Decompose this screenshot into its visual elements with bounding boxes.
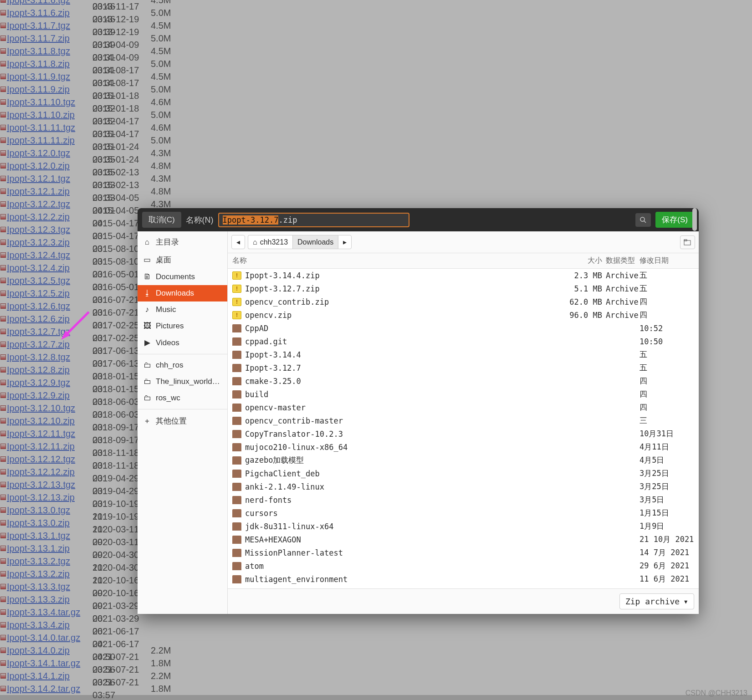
file-row[interactable]: CopyTranslator-10.2.310月31日	[228, 427, 699, 440]
file-row[interactable]: !opencv_contrib.zip62.0 MBArchive四	[228, 295, 699, 308]
save-button[interactable]: 保存(S)	[655, 212, 694, 228]
downloads-icon: ⭳	[143, 289, 151, 298]
sidebar-item-chhros[interactable]: 🗀chh_ros	[138, 357, 227, 373]
folder-icon: 🗀	[143, 361, 151, 370]
file-row[interactable]: opencv-master四	[228, 401, 699, 414]
file-date: 五	[639, 270, 694, 281]
cancel-button[interactable]: 取消(C)	[142, 212, 181, 228]
file-date: 29 6月 2021	[639, 561, 694, 571]
file-name: atom	[245, 562, 563, 571]
sidebar: ⌂主目录 ▭桌面 🗎Documents ⭳Downloads ♪Music 🖼P…	[138, 231, 228, 614]
file-row[interactable]: Ipopt-3.12.7五	[228, 361, 699, 374]
file-date: 四	[639, 296, 694, 307]
documents-icon: 🗎	[143, 272, 151, 281]
scrollbar[interactable]	[692, 269, 698, 588]
archive-icon: !	[232, 271, 241, 280]
file-date: 四	[639, 376, 694, 386]
folder-icon	[232, 337, 241, 346]
path-forward-button[interactable]: ▸	[338, 235, 352, 249]
folder-icon	[232, 522, 241, 531]
file-name: gazebo加载模型	[245, 455, 563, 465]
file-name: opencv-master	[245, 403, 563, 412]
file-row[interactable]: !opencv.zip96.0 MBArchive四	[228, 308, 699, 322]
folder-icon	[232, 456, 241, 465]
folder-icon	[232, 430, 241, 438]
svg-line-3	[644, 221, 646, 223]
sidebar-item-home[interactable]: ⌂主目录	[138, 233, 227, 251]
file-date: 四	[639, 389, 694, 399]
plus-icon: +	[143, 417, 151, 426]
sidebar-item-linux[interactable]: 🗀The_linux_world…	[138, 373, 227, 390]
sidebar-item-roswc[interactable]: 🗀ros_wc	[138, 390, 227, 406]
file-row[interactable]: mujoco210-linux-x86_644月11日	[228, 440, 699, 454]
folder-icon	[232, 390, 241, 399]
file-row[interactable]: !Ipopt-3.12.7.zip5.1 MBArchive五	[228, 282, 699, 295]
file-date: 21 10月 2021	[639, 534, 694, 545]
file-row[interactable]: !Ipopt-3.14.4.zip2.3 MBArchive五	[228, 269, 699, 282]
filter-dropdown[interactable]: Zip archive▾	[619, 593, 694, 609]
file-date: 四	[639, 402, 694, 413]
file-size: 5.1 MB	[563, 284, 602, 293]
file-row[interactable]: jdk-8u311-linux-x641月9日	[228, 520, 699, 533]
sidebar-item-videos[interactable]: ▶Videos	[138, 334, 227, 351]
file-name: CppAD	[245, 324, 563, 333]
file-name: Ipopt-3.14.4.zip	[245, 271, 563, 280]
file-row[interactable]: opencv_contrib-master三	[228, 414, 699, 427]
file-row[interactable]: gazebo加载模型4月5日	[228, 454, 699, 467]
save-file-dialog: 取消(C) 名称(N) Ipopt-3.12.7.zip 保存(S) ⌂主目录 …	[138, 208, 699, 614]
file-name: cursors	[245, 509, 563, 518]
path-segment-home[interactable]: ⌂chh3213	[248, 235, 292, 249]
path-segment-downloads[interactable]: Downloads	[292, 235, 338, 249]
file-date: 3月25日	[639, 481, 694, 492]
file-row[interactable]: multiagent_environment11 6月 2021	[228, 572, 699, 586]
file-row[interactable]: MESA+HEXAGON21 10月 2021	[228, 533, 699, 546]
file-date: 10月31日	[639, 429, 694, 439]
sidebar-item-documents[interactable]: 🗎Documents	[138, 269, 227, 285]
file-row[interactable]: CppAD10:52	[228, 322, 699, 335]
file-type: Archive	[602, 297, 639, 307]
sidebar-item-downloads[interactable]: ⭳Downloads	[138, 285, 227, 301]
file-name: cmake-3.25.0	[245, 377, 563, 386]
file-name: mujoco210-linux-x86_64	[245, 443, 563, 452]
file-row[interactable]: Ipopt-3.14.4五	[228, 348, 699, 361]
file-list: !Ipopt-3.14.4.zip2.3 MBArchive五!Ipopt-3.…	[228, 269, 699, 588]
file-name: cppad.git	[245, 337, 563, 346]
path-back-button[interactable]: ◂	[231, 235, 245, 249]
file-row[interactable]: PigchaClient_deb3月25日	[228, 467, 699, 480]
file-row[interactable]: build四	[228, 388, 699, 401]
filename-input[interactable]: Ipopt-3.12.7.zip	[218, 213, 409, 227]
home-icon: ⌂	[143, 238, 151, 247]
filename-label: 名称(N)	[186, 215, 214, 225]
file-date: 三	[639, 415, 694, 426]
file-row[interactable]: MissionPlanner-latest14 7月 2021	[228, 546, 699, 559]
header-date[interactable]: 修改日期	[639, 256, 694, 266]
archive-icon: !	[232, 285, 241, 293]
folder-icon	[232, 588, 241, 589]
header-name[interactable]: 名称	[232, 256, 563, 266]
file-row[interactable]: anki-2.1.49-linux3月25日	[228, 480, 699, 493]
titlebar: 取消(C) 名称(N) Ipopt-3.12.7.zip 保存(S)	[138, 208, 699, 231]
sidebar-item-pictures[interactable]: 🖼Pictures	[138, 318, 227, 334]
file-name: Ipopt-3.14.4	[245, 350, 563, 359]
sidebar-item-desktop[interactable]: ▭桌面	[138, 251, 227, 269]
file-type: Archive	[602, 271, 639, 280]
file-row[interactable]: cmake-3.25.0四	[228, 374, 699, 388]
file-row[interactable]: cursors1月15日	[228, 506, 699, 520]
sidebar-item-other[interactable]: +其他位置	[138, 412, 227, 430]
music-icon: ♪	[143, 305, 151, 314]
search-icon[interactable]	[635, 213, 651, 227]
file-row[interactable]: atom29 6月 2021	[228, 559, 699, 572]
file-type: Archive	[602, 284, 639, 293]
folder-icon	[232, 417, 241, 425]
archive-icon: !	[232, 298, 241, 306]
file-row[interactable]: nerd-fonts3月5日	[228, 493, 699, 506]
file-name: opencv_contrib-master	[245, 416, 563, 425]
folder-icon	[232, 496, 241, 504]
sidebar-item-music[interactable]: ♪Music	[138, 301, 227, 318]
file-row[interactable]: cppad.git10:50	[228, 335, 699, 348]
archive-icon: !	[232, 311, 241, 319]
file-name: anki-2.1.49-linux	[245, 482, 563, 491]
header-size[interactable]: 大小	[563, 256, 602, 266]
header-type[interactable]: 数据类型	[602, 256, 639, 266]
folder-icon	[232, 575, 241, 583]
